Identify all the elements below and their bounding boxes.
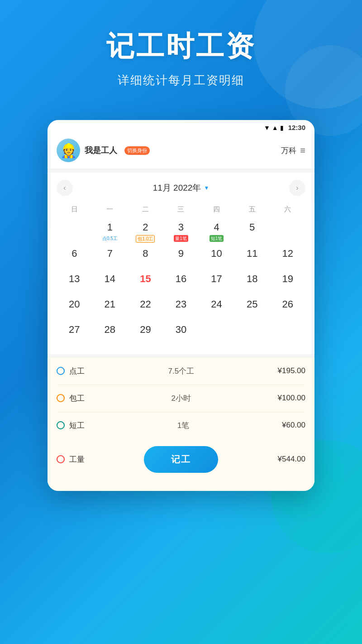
company-name: 万科 [281, 145, 296, 156]
label-gongliang: 工量 [69, 454, 85, 465]
cal-cell-18[interactable]: 18 [234, 271, 270, 296]
status-icons: ▼ ▲ ▮ 12:30 [264, 124, 305, 131]
cal-cell-empty-1: . [57, 219, 92, 245]
date-17: 17 [211, 273, 222, 286]
calendar-nav: ‹ 11月 2022年 ▼ › [57, 180, 305, 196]
label-baogong: 包工 [69, 393, 85, 404]
cal-cell-6[interactable]: 6 [57, 245, 92, 271]
month-year-text: 11月 2022年 [153, 182, 201, 194]
cal-cell-3[interactable]: 3 量1笔 [163, 219, 199, 245]
phone-container: ▼ ▲ ▮ 12:30 👷 我是工人 切换身份 万科 ≡ ‹ 11月 2022年 [48, 120, 314, 491]
cal-cell-2[interactable]: 2 包1.0工 [128, 219, 163, 245]
tag-day2: 包1.0工 [136, 235, 155, 243]
circle-icon-teal [57, 421, 65, 429]
cal-cell-16[interactable]: 16 [163, 271, 199, 296]
switch-identity-button[interactable]: 切换身份 [124, 146, 150, 155]
date-1: 1 [107, 221, 113, 234]
cal-cell-30[interactable]: 30 [163, 322, 199, 347]
date-9: 9 [178, 247, 184, 260]
cal-cell-14[interactable]: 14 [92, 271, 128, 296]
date-14: 14 [105, 273, 115, 286]
summary-left-diangong: 点工 [57, 366, 85, 376]
cal-cell-13[interactable]: 13 [57, 271, 92, 296]
date-25: 25 [247, 298, 257, 311]
day-header-sun: 日 [57, 203, 92, 216]
tag-day4: 短1笔 [210, 235, 224, 242]
header-section: 记工时工资 详细统计每月工资明细 [0, 0, 362, 106]
day-header-wed: 三 [163, 203, 199, 216]
cal-cell-21[interactable]: 21 [92, 296, 128, 322]
day-header-sat: 六 [270, 203, 305, 216]
tag-day3: 量1笔 [174, 235, 188, 242]
cal-cell-9[interactable]: 9 [163, 245, 199, 271]
cal-cell-22[interactable]: 22 [128, 296, 163, 322]
avatar-emoji: 👷 [60, 143, 77, 159]
tag-day1: 点0.5工 [101, 235, 119, 242]
company-section: 万科 ≡ [281, 145, 305, 156]
day-header-fri: 五 [234, 203, 270, 216]
cal-cell-10[interactable]: 10 [199, 245, 234, 271]
summary-row-duangong[interactable]: 短工 1笔 ¥60.00 [57, 412, 305, 439]
date-15: 15 [140, 273, 151, 286]
date-19: 19 [282, 273, 293, 286]
record-work-button[interactable]: 记工 [144, 446, 218, 473]
date-10: 10 [211, 247, 222, 260]
price-diangong: ¥195.00 [278, 366, 305, 375]
next-month-button[interactable]: › [289, 180, 305, 196]
cal-cell-11[interactable]: 11 [234, 245, 270, 271]
cal-cell-empty-a [199, 322, 234, 347]
date-28: 28 [105, 323, 115, 336]
date-3-tags: 量1笔 [174, 235, 188, 242]
calendar-section: ‹ 11月 2022年 ▼ › 日 一 二 三 四 五 六 . [48, 173, 314, 354]
date-1-tags: 点0.5工 [101, 235, 119, 242]
summary-left-baogong: 包工 [57, 393, 85, 404]
calendar-grid: . 1 点0.5工 2 包1.0工 3 量1笔 [57, 219, 305, 347]
circle-icon-red [57, 455, 65, 463]
cal-cell-15[interactable]: 15 [128, 271, 163, 296]
cal-cell-27[interactable]: 27 [57, 322, 92, 347]
cal-cell-28[interactable]: 28 [92, 322, 128, 347]
summary-row-diangong[interactable]: 点工 7.5个工 ¥195.00 [57, 358, 305, 385]
cal-cell-20[interactable]: 20 [57, 296, 92, 322]
cal-cell-1[interactable]: 1 点0.5工 [92, 219, 128, 245]
cal-cell-7[interactable]: 7 [92, 245, 128, 271]
circle-icon-blue [57, 367, 65, 375]
cal-cell-empty-sat: . [270, 219, 305, 245]
day-headers: 日 一 二 三 四 五 六 [57, 203, 305, 216]
date-30: 30 [176, 323, 186, 336]
cal-cell-26[interactable]: 26 [270, 296, 305, 322]
month-year-display[interactable]: 11月 2022年 ▼ [153, 182, 210, 194]
price-duangong: ¥60.00 [282, 421, 305, 430]
price-baogong: ¥100.00 [278, 394, 305, 403]
cal-cell-19[interactable]: 19 [270, 271, 305, 296]
cal-cell-17[interactable]: 17 [199, 271, 234, 296]
cal-cell-23[interactable]: 23 [163, 296, 199, 322]
avatar: 👷 [57, 139, 80, 162]
cal-cell-24[interactable]: 24 [199, 296, 234, 322]
date-20: 20 [69, 298, 80, 311]
signal-icon: ▲ [272, 124, 278, 131]
wifi-icon: ▼ [264, 124, 270, 131]
cal-cell-8[interactable]: 8 [128, 245, 163, 271]
cal-cell-25[interactable]: 25 [234, 296, 270, 322]
total-price: ¥544.00 [278, 455, 305, 464]
cal-cell-empty-c [270, 322, 305, 347]
summary-row-baogong[interactable]: 包工 2小时 ¥100.00 [57, 385, 305, 412]
label-duangong: 短工 [69, 420, 85, 431]
date-23: 23 [176, 298, 186, 311]
date-6: 6 [71, 247, 77, 260]
main-title: 记工时工资 [0, 27, 362, 65]
prev-month-button[interactable]: ‹ [57, 180, 73, 196]
cal-cell-4[interactable]: 4 短1笔 [199, 219, 234, 245]
amount-diangong: 7.5个工 [168, 366, 194, 376]
summary-section: 点工 7.5个工 ¥195.00 包工 2小时 ¥100.00 短工 1笔 ¥6… [48, 358, 314, 439]
status-time: 12:30 [288, 124, 305, 131]
date-2: 2 [143, 221, 148, 234]
cal-cell-12[interactable]: 12 [270, 245, 305, 271]
date-4: 4 [214, 221, 219, 234]
app-header: 👷 我是工人 切换身份 万科 ≡ [48, 134, 314, 169]
user-section: 👷 我是工人 切换身份 [57, 139, 150, 162]
menu-icon[interactable]: ≡ [300, 145, 305, 156]
cal-cell-29[interactable]: 29 [128, 322, 163, 347]
cal-cell-5[interactable]: 5 [234, 219, 270, 245]
